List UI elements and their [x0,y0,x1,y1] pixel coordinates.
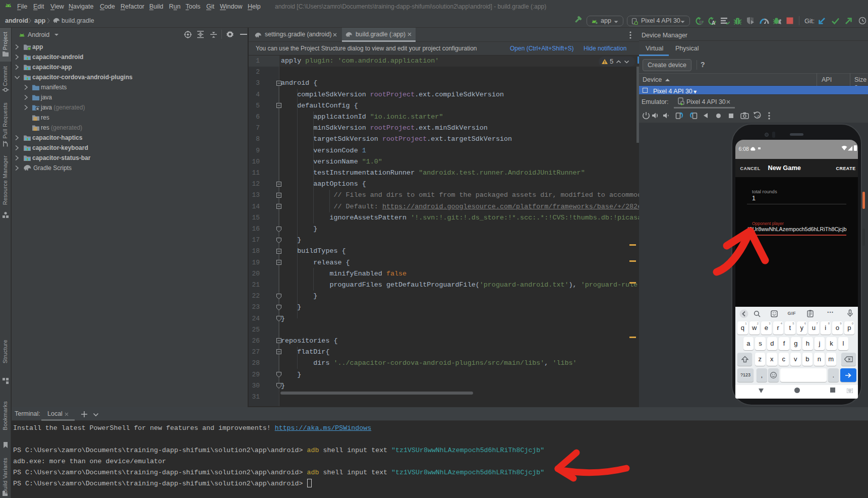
svg-text:↺: ↺ [757,115,760,118]
svg-text:A: A [712,20,715,25]
